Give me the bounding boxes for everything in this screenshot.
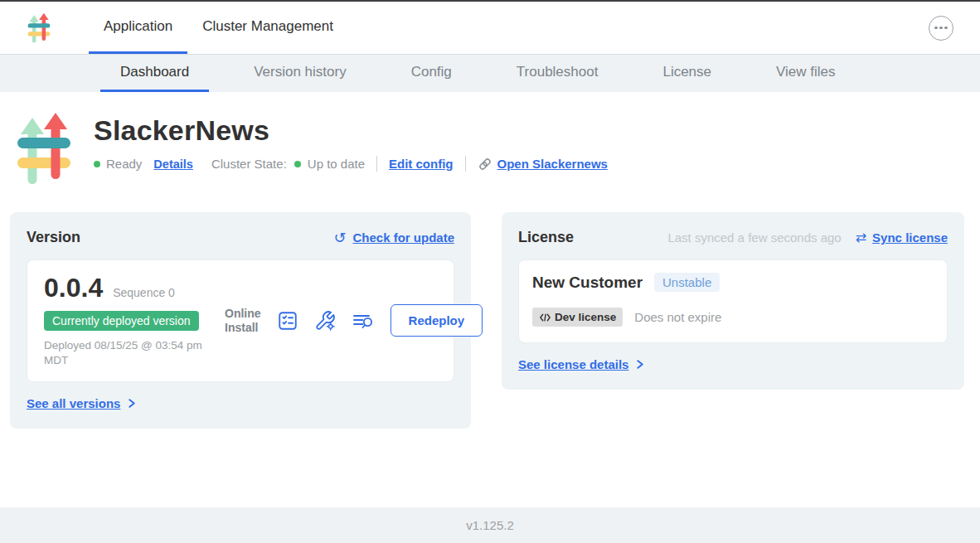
- version-card-title: Version: [27, 229, 80, 246]
- footer-bar: v1.125.2: [0, 507, 980, 543]
- version-number: 0.0.4: [44, 273, 103, 303]
- cluster-state-label: Cluster State:: [211, 157, 287, 171]
- refresh-icon: ↺: [333, 230, 346, 245]
- tab-config[interactable]: Config: [391, 55, 472, 92]
- see-all-versions-link[interactable]: See all versions: [27, 396, 137, 410]
- check-for-update-link[interactable]: ↺ Check for update: [333, 230, 454, 245]
- chevron-right-icon: [126, 398, 137, 409]
- open-app-link[interactable]: Open Slackernews: [478, 157, 608, 172]
- current-version-panel: 0.0.4 Sequence 0 Currently deployed vers…: [27, 259, 454, 382]
- tab-version-history[interactable]: Version history: [234, 55, 366, 92]
- tab-cluster-management-label: Cluster Management: [202, 18, 333, 35]
- divider: [376, 156, 377, 172]
- app-status-dot-icon: [94, 161, 100, 167]
- divider: [465, 156, 466, 172]
- check-for-update-label: Check for update: [352, 230, 454, 245]
- status-details-link[interactable]: Details: [153, 158, 193, 171]
- app-header: SlackerNews Ready Details Cluster State:…: [0, 92, 980, 189]
- redeploy-button[interactable]: Redeploy: [391, 304, 483, 337]
- sync-arrows-icon: ⇄: [856, 231, 866, 245]
- tab-application[interactable]: Application: [89, 2, 187, 54]
- see-license-details-link[interactable]: See license details: [518, 357, 645, 371]
- edit-config-link[interactable]: Edit config: [389, 157, 454, 171]
- tab-dashboard[interactable]: Dashboard: [100, 55, 209, 92]
- open-app-link-label: Open Slackernews: [497, 157, 608, 171]
- install-type-label: Online Install: [225, 307, 261, 335]
- cluster-state-value: Up to date: [308, 157, 365, 171]
- tab-application-label: Application: [104, 18, 172, 35]
- configure-wrench-gear-icon[interactable]: [314, 310, 336, 332]
- app-status-text: Ready: [106, 157, 142, 171]
- chevron-right-icon: [634, 359, 645, 370]
- cluster-state-dot-icon: [294, 161, 301, 167]
- overflow-menu-button[interactable]: [929, 16, 953, 41]
- license-type-label: Dev license: [555, 311, 616, 323]
- tab-troubleshoot[interactable]: Troubleshoot: [497, 55, 619, 92]
- tab-license[interactable]: License: [643, 55, 731, 92]
- sequence-label: Sequence 0: [113, 286, 175, 299]
- console-version-text: v1.125.2: [466, 518, 514, 532]
- ellipsis-icon: [934, 27, 938, 30]
- app-logo-icon[interactable]: [27, 12, 51, 45]
- license-panel: New Customer Unstable Dev license Does n…: [518, 259, 948, 343]
- code-brackets-icon: [539, 313, 551, 322]
- preflight-checklist-icon[interactable]: [277, 310, 298, 332]
- app-logo-large: [17, 109, 71, 189]
- last-synced-text: Last synced a few seconds ago: [667, 230, 841, 245]
- top-navbar: Application Cluster Management: [0, 2, 980, 54]
- version-actions: Online Install Redeploy: [225, 304, 483, 337]
- deployed-timestamp: Deployed 08/15/25 @ 03:54 pm MDT: [44, 338, 225, 368]
- view-files-search-icon[interactable]: [352, 310, 375, 332]
- app-status-row: Ready Details Cluster State: Up to date …: [94, 156, 608, 172]
- channel-badge: Unstable: [654, 273, 720, 292]
- license-card: License Last synced a few seconds ago ⇄ …: [502, 212, 964, 390]
- sync-license-link[interactable]: ⇄ Sync license: [856, 230, 948, 245]
- top-nav-tabs: Application Cluster Management: [89, 2, 348, 54]
- link-chain-icon: [478, 157, 492, 172]
- dashboard-cards: Version ↺ Check for update 0.0.4 Sequenc…: [10, 212, 964, 429]
- app-subnav: Dashboard Version history Config Trouble…: [0, 54, 980, 92]
- license-type-badge: Dev license: [532, 308, 623, 327]
- see-all-versions-label: See all versions: [27, 396, 120, 410]
- page-title: SlackerNews: [94, 114, 608, 147]
- license-card-title: License: [518, 229, 574, 246]
- version-card: Version ↺ Check for update 0.0.4 Sequenc…: [10, 212, 471, 429]
- see-license-details-label: See license details: [518, 357, 628, 371]
- tab-view-files[interactable]: View files: [756, 55, 856, 92]
- version-info: 0.0.4 Sequence 0 Currently deployed vers…: [44, 273, 225, 368]
- customer-name: New Customer: [532, 274, 643, 292]
- license-expiry-text: Does not expire: [634, 310, 721, 324]
- tab-cluster-management[interactable]: Cluster Management: [187, 2, 348, 54]
- sync-license-label: Sync license: [872, 230, 948, 245]
- deployed-version-badge: Currently deployed version: [44, 311, 199, 331]
